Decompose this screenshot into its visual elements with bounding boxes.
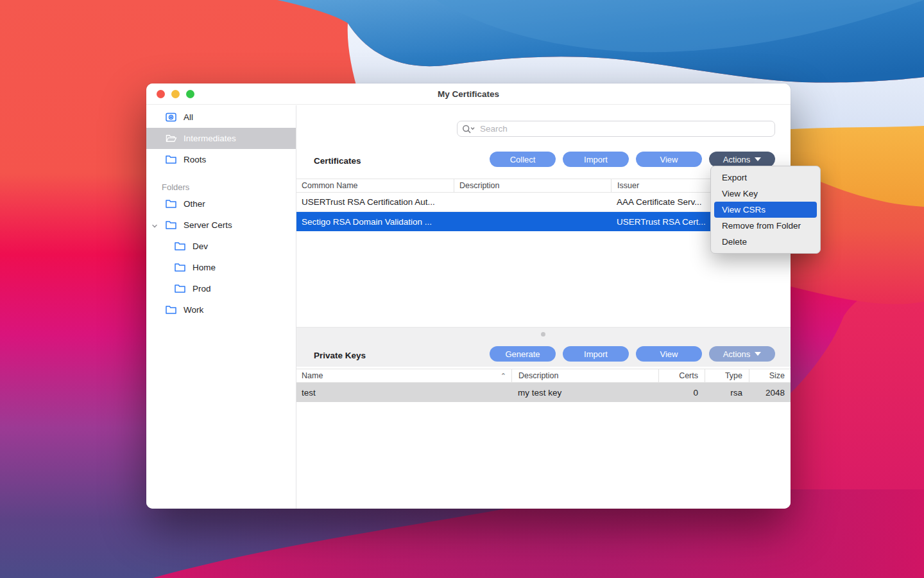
badge-icon [166,112,177,122]
sidebar-folder-work[interactable]: Work [146,299,296,320]
sidebar-folder-other[interactable]: Other [146,193,296,215]
private-key-row[interactable]: test my test key 0 rsa 2048 [296,383,791,402]
sidebar-item-intermediates[interactable]: Intermediates [146,128,296,149]
folder-icon [166,220,177,230]
certificates-section-title: Certificates [314,156,361,166]
column-header-name[interactable]: Name ⌃ [296,369,511,382]
sidebar-folder-prod[interactable]: Prod [146,278,296,299]
cell-description: my test key [511,383,658,402]
column-header-description[interactable]: Description [454,179,611,192]
import-key-button[interactable]: Import [563,346,629,362]
titlebar[interactable]: My Certificates [146,83,791,105]
minimize-button[interactable] [171,90,180,98]
close-button[interactable] [157,90,165,98]
cell-name: test [296,383,511,402]
key-actions-dropdown-button[interactable]: Actions [709,346,775,362]
cell-description [454,193,611,211]
search-icon[interactable] [462,125,476,134]
traffic-lights [157,90,194,98]
import-button[interactable]: Import [563,152,629,167]
sidebar-item-label: All [184,112,193,122]
actions-dropdown-button[interactable]: Actions [709,152,775,167]
cell-certs: 0 [658,383,705,402]
menu-item-remove-from-folder[interactable]: Remove from Folder [714,218,817,234]
splitter-handle[interactable] [541,332,545,337]
folder-icon [175,263,186,272]
sidebar: All Intermediates Roots [146,105,296,509]
sidebar-folder-dev[interactable]: Dev [146,236,296,257]
sidebar-item-label: Intermediates [184,134,236,143]
cell-common-name: USERTrust RSA Certification Aut... [296,193,454,211]
sidebar-folder-label: Prod [193,284,211,293]
folders-section-header: Folders [146,180,296,193]
zoom-button[interactable] [186,90,194,98]
caret-down-icon [755,352,761,356]
actions-context-menu: Export View Key View CSRs Remove from Fo… [710,166,821,254]
sidebar-folder-home[interactable]: Home [146,257,296,278]
certificates-toolbar: Collect Import View Actions [490,152,775,167]
folder-icon [166,305,177,315]
sidebar-item-all[interactable]: All [146,107,296,128]
sidebar-folder-label: Server Certs [184,220,232,230]
private-keys-section-title: Private Keys [314,351,366,360]
search-input[interactable] [476,121,774,136]
caret-down-icon [755,157,761,161]
private-keys-table-header: Name ⌃ Description Certs Type Size [296,369,791,383]
window-title: My Certificates [438,89,499,99]
cell-type: rsa [705,383,749,402]
chevron-down-icon[interactable] [151,222,157,227]
my-certificates-window: My Certificates All [146,83,791,509]
column-header-certs[interactable]: Certs [658,369,705,382]
sidebar-item-roots[interactable]: Roots [146,149,296,170]
collect-button[interactable]: Collect [490,152,556,167]
desktop: My Certificates All [0,0,924,578]
view-button[interactable]: View [636,152,702,167]
cell-size: 2048 [749,383,791,402]
folder-icon [166,155,177,164]
menu-item-export[interactable]: Export [714,170,817,186]
column-header-size[interactable]: Size [749,369,791,382]
menu-item-view-csrs[interactable]: View CSRs [714,202,817,218]
private-keys-toolbar: Generate Import View Actions [490,346,775,362]
sidebar-folder-server-certs[interactable]: Server Certs [146,215,296,236]
sidebar-folder-label: Dev [193,241,208,251]
sidebar-folder-label: Work [184,305,203,315]
sidebar-folder-label: Other [184,199,205,209]
search-field [457,121,775,137]
column-header-type[interactable]: Type [705,369,749,382]
menu-item-delete[interactable]: Delete [714,234,817,250]
folder-icon [175,284,186,293]
menu-item-view-key[interactable]: View Key [714,186,817,202]
sort-ascending-icon[interactable]: ⌃ [501,372,506,380]
sidebar-folder-label: Home [193,263,216,272]
view-key-button[interactable]: View [636,346,702,362]
generate-button[interactable]: Generate [490,346,556,362]
sidebar-item-label: Roots [184,155,206,164]
column-header-description[interactable]: Description [511,369,658,382]
folder-open-icon [166,134,177,143]
cell-description [454,212,611,231]
column-header-common-name[interactable]: Common Name [296,179,454,192]
folder-icon [175,241,186,251]
cell-common-name: Sectigo RSA Domain Validation ... [296,212,454,231]
folder-icon [166,199,177,209]
